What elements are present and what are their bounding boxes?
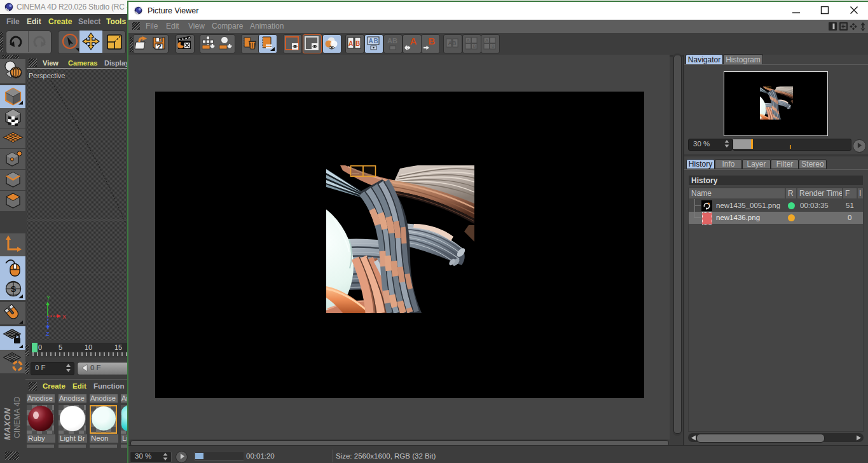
svg-text:A: A [410, 36, 417, 46]
svg-text:B: B [473, 44, 476, 48]
svg-text:B: B [429, 36, 436, 46]
svg-text:A: A [348, 40, 353, 47]
svg-text:X: X [62, 314, 66, 320]
svg-text:S: S [11, 284, 17, 294]
svg-text:AB: AB [387, 37, 397, 45]
svg-text:B: B [492, 44, 495, 48]
svg-text:A: A [368, 38, 373, 45]
svg-text:AB: AB [448, 40, 457, 46]
svg-text:B: B [373, 38, 378, 45]
svg-text:A: A [485, 38, 488, 43]
svg-text:?: ? [156, 42, 162, 51]
svg-text:B: B [355, 40, 360, 47]
svg-text:Y: Y [46, 294, 50, 301]
svg-text:Z: Z [46, 331, 50, 337]
svg-text:A: A [467, 38, 470, 43]
